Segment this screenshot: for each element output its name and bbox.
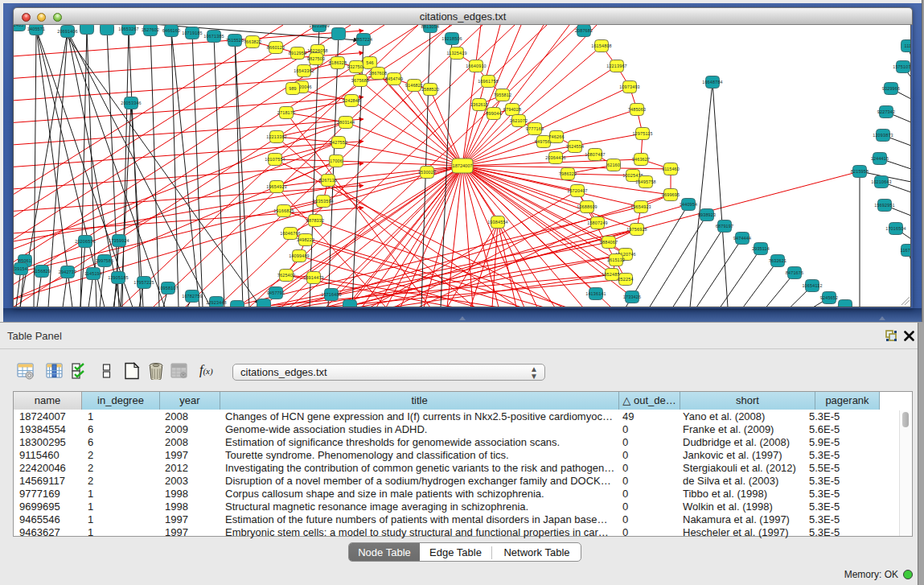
- svg-text:6466160: 6466160: [162, 28, 180, 33]
- svg-text:1405: 1405: [14, 25, 23, 27]
- svg-text:7515526: 7515526: [226, 38, 244, 43]
- svg-text:9457791: 9457791: [267, 290, 285, 295]
- svg-text:8454749: 8454749: [385, 76, 403, 81]
- svg-text:12975115: 12975115: [632, 131, 652, 136]
- svg-text:20053346: 20053346: [121, 101, 142, 105]
- svg-text:6879197: 6879197: [716, 224, 733, 229]
- svg-text:7986322: 7986322: [559, 171, 577, 176]
- svg-text:9884067: 9884067: [600, 240, 618, 245]
- svg-text:1440954: 1440954: [680, 202, 697, 207]
- svg-text:546: 546: [366, 60, 374, 65]
- svg-text:20364436: 20364436: [545, 155, 566, 160]
- svg-text:2803144: 2803144: [337, 120, 355, 125]
- svg-text:2718176: 2718176: [277, 110, 295, 115]
- svg-text:15807249: 15807249: [587, 220, 608, 225]
- svg-text:16640910: 16640910: [466, 64, 487, 68]
- svg-text:10653267: 10653267: [118, 27, 139, 31]
- svg-text:10654112: 10654112: [802, 283, 822, 288]
- svg-text:11325419: 11325419: [446, 51, 466, 56]
- svg-text:1588520: 1588520: [421, 87, 439, 92]
- svg-text:17016504: 17016504: [885, 226, 906, 231]
- svg-text:12353594: 12353594: [313, 199, 334, 204]
- svg-text:10958107: 10958107: [158, 286, 179, 290]
- svg-text:8215958: 8215958: [851, 169, 869, 174]
- svg-text:9699695: 9699695: [662, 192, 680, 197]
- svg-text:10807487: 10807487: [585, 152, 606, 157]
- svg-text:10688609: 10688609: [577, 204, 598, 209]
- svg-text:8912954: 8912954: [289, 51, 306, 56]
- svg-text:8938923: 8938923: [698, 212, 716, 217]
- svg-text:746266: 746266: [548, 134, 564, 139]
- svg-text:9329966: 9329966: [882, 86, 900, 91]
- svg-text:8813054: 8813054: [421, 25, 439, 29]
- svg-text:12213382: 12213382: [266, 134, 287, 139]
- svg-text:19756928: 19756928: [626, 227, 647, 232]
- svg-text:14136141: 14136141: [585, 291, 606, 296]
- svg-text:2942737: 2942737: [59, 270, 76, 274]
- svg-text:7955812: 7955812: [494, 93, 511, 97]
- svg-text:8471676: 8471676: [786, 270, 803, 275]
- svg-text:8878332: 8878332: [306, 218, 324, 223]
- svg-text:1362615: 1362615: [470, 102, 488, 107]
- svg-text:10107554: 10107554: [265, 157, 285, 162]
- svg-text:9827503: 9827503: [307, 56, 325, 61]
- svg-text:17957225: 17957225: [133, 280, 154, 285]
- svg-text:9327508: 9327508: [347, 64, 365, 69]
- svg-text:62160: 62160: [607, 163, 620, 167]
- svg-text:9245652: 9245652: [820, 295, 838, 300]
- svg-text:3624554: 3624554: [566, 144, 584, 149]
- svg-text:1145194: 1145194: [84, 271, 102, 276]
- svg-text:12213967: 12213967: [606, 64, 627, 68]
- svg-text:14099489: 14099489: [289, 253, 310, 258]
- svg-text:3675685: 3675685: [351, 78, 369, 83]
- svg-text:15716485: 15716485: [321, 292, 342, 297]
- svg-text:16154808: 16154808: [591, 43, 612, 48]
- svg-text:7857224: 7857224: [355, 37, 372, 42]
- svg-text:1156829: 1156829: [33, 269, 51, 274]
- svg-text:19654923: 19654923: [266, 184, 287, 189]
- svg-text:20691406: 20691406: [57, 29, 78, 34]
- svg-text:8186328: 8186328: [329, 60, 347, 65]
- svg-text:19654923: 19654923: [630, 204, 651, 209]
- svg-text:7485063: 7485063: [628, 107, 646, 112]
- svg-text:15751074: 15751074: [893, 64, 911, 69]
- svg-text:252254: 252254: [618, 277, 633, 282]
- svg-text:10671385: 10671385: [203, 34, 224, 39]
- svg-text:116753: 116753: [901, 248, 911, 253]
- svg-text:7625402: 7625402: [277, 273, 295, 278]
- svg-text:989: 989: [289, 86, 297, 91]
- svg-text:16033809: 16033809: [309, 25, 330, 28]
- svg-text:2087682: 2087682: [575, 28, 593, 33]
- svg-text:8267130: 8267130: [319, 178, 337, 183]
- svg-text:9242848: 9242848: [343, 98, 360, 103]
- svg-text:7632621: 7632621: [769, 258, 786, 263]
- svg-text:9115460: 9115460: [662, 167, 680, 171]
- svg-text:3997586: 3997586: [96, 258, 113, 263]
- svg-text:17006: 17006: [330, 159, 343, 163]
- svg-text:20206576: 20206576: [75, 239, 96, 244]
- svg-text:7663822: 7663822: [244, 39, 261, 44]
- svg-text:2867608: 2867608: [369, 71, 387, 76]
- svg-text:16495758: 16495758: [635, 179, 656, 184]
- svg-text:12923448: 12923448: [206, 300, 227, 305]
- svg-text:17359924: 17359924: [109, 238, 129, 243]
- svg-text:1530027: 1530027: [418, 170, 436, 175]
- svg-text:111: 111: [905, 43, 911, 48]
- svg-text:39154: 39154: [14, 266, 27, 271]
- svg-text:9474444: 9474444: [733, 236, 751, 241]
- svg-text:1621072: 1621072: [510, 118, 528, 123]
- svg-text:15692951: 15692951: [874, 203, 895, 208]
- svg-text:18724007: 18724007: [453, 163, 473, 168]
- svg-text:19166825: 19166825: [273, 208, 294, 213]
- svg-text:10210643: 10210643: [871, 179, 892, 184]
- svg-text:12093873: 12093873: [873, 133, 893, 138]
- svg-text:16648784: 16648784: [702, 80, 723, 84]
- svg-text:1244415: 1244415: [871, 156, 889, 161]
- svg-text:15720407: 15720407: [567, 188, 588, 193]
- svg-text:16914479: 16914479: [303, 275, 324, 280]
- svg-text:3498222: 3498222: [297, 237, 314, 242]
- svg-text:19384554: 19384554: [487, 220, 508, 225]
- svg-text:10719185: 10719185: [182, 31, 203, 35]
- svg-text:12905185: 12905185: [108, 275, 129, 280]
- svg-text:16961758: 16961758: [478, 79, 499, 84]
